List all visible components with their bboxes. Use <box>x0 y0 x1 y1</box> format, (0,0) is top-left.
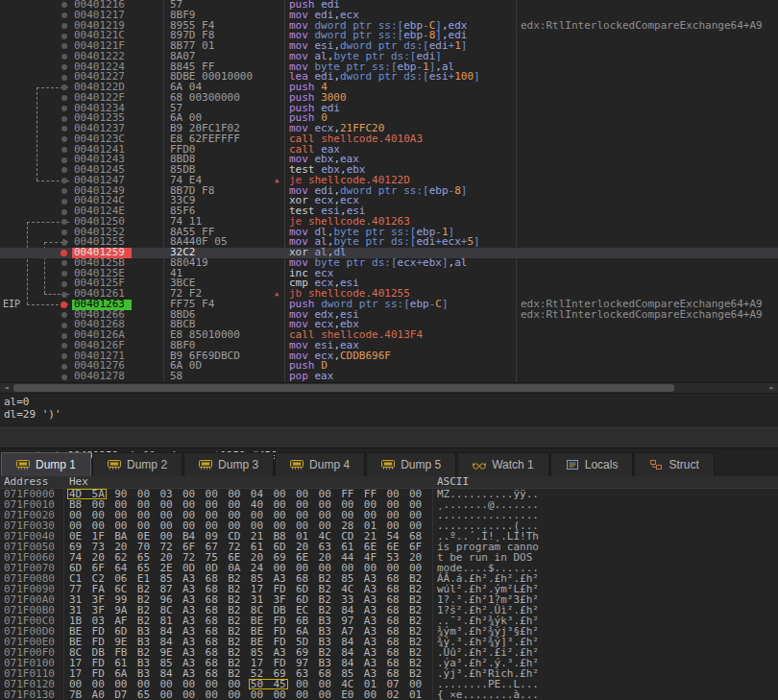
operand-token: esi <box>429 70 449 83</box>
bullet-dot[interactable] <box>61 281 67 287</box>
tab-dump-2[interactable]: Dump 2 <box>92 452 182 476</box>
bullet-dot[interactable] <box>61 147 67 153</box>
disassembly-view[interactable]: 0040121657push edi004012178BF9mov edi,ec… <box>0 0 778 382</box>
dump-view[interactable]: Address Hex ASCII 071F00004D5A9000030000… <box>0 476 778 700</box>
hex-byte: 7B <box>69 689 82 700</box>
info-pane: al=0dl=29 ')' <box>0 394 778 428</box>
operand-token: [ <box>423 70 429 83</box>
bullet-dot[interactable] <box>61 23 67 29</box>
tab-dump-4[interactable]: Dump 4 <box>275 452 365 476</box>
dump-row[interactable]: 071F01307BA0D7650000000000000000E0000201… <box>0 689 778 700</box>
tab-watch-1[interactable]: Watch 1 <box>457 452 549 476</box>
tab-locals[interactable]: Locals <box>550 452 634 476</box>
memory-icon <box>108 459 121 471</box>
bullet-dot[interactable] <box>61 219 67 225</box>
horizontal-scrollbar[interactable]: ◄ ► <box>0 382 778 394</box>
tab-label: Dump 1 <box>36 458 76 471</box>
tab-label: Watch 1 <box>492 458 534 471</box>
operand-token: [ <box>423 184 429 197</box>
column-separator[interactable] <box>63 476 64 488</box>
dump-address: 071F0130 <box>4 689 55 700</box>
bullet-dot[interactable] <box>61 157 67 163</box>
bullet-dot[interactable] <box>61 126 67 132</box>
dump-ascii: { ×e........à... <box>437 689 539 700</box>
scrollbar-thumb[interactable] <box>13 384 674 392</box>
hex-byte: 00 <box>159 689 172 700</box>
instruction-address: 00401278 <box>74 372 125 382</box>
mnemonic: pop <box>289 370 308 382</box>
tab-label: Locals <box>585 458 619 471</box>
bullet-dot[interactable] <box>61 199 67 205</box>
tab-dump-3[interactable]: Dump 3 <box>183 452 274 476</box>
bullet-dot[interactable] <box>61 333 67 339</box>
tab-label: Struct <box>669 458 698 471</box>
column-separator[interactable] <box>516 0 517 382</box>
bullet-dot[interactable] <box>61 260 67 266</box>
operand-token: ] <box>442 298 449 310</box>
bullet-dot[interactable] <box>61 364 67 370</box>
scroll-left-button[interactable]: ◄ <box>0 383 12 393</box>
bullet-dot[interactable] <box>61 271 67 277</box>
bullet-dot[interactable] <box>61 116 67 122</box>
tab-dump-1[interactable]: Dump 1 <box>1 452 91 476</box>
column-separator[interactable] <box>284 0 285 382</box>
operand-token: ebx <box>423 256 442 269</box>
instruction-text: pop eax <box>289 372 333 382</box>
breakpoint-dot[interactable] <box>61 302 67 308</box>
hex-byte: 00 <box>182 689 195 700</box>
bullet-dot[interactable] <box>61 323 67 328</box>
bullet-dot[interactable] <box>61 188 67 194</box>
operand-token: ] <box>442 256 449 269</box>
tab-label: Dump 4 <box>309 458 350 471</box>
bullet-dot[interactable] <box>61 167 67 173</box>
operand-token: CDDB696F <box>340 350 391 362</box>
hex-byte: 01 <box>409 689 422 700</box>
bullet-dot[interactable] <box>61 292 67 298</box>
bullet-dot[interactable] <box>61 312 67 318</box>
bullet-dot[interactable] <box>61 343 67 349</box>
bullet-dot[interactable] <box>61 75 67 81</box>
bullet-dot[interactable] <box>61 34 67 39</box>
jump-direction-icon: ▲ <box>275 290 279 299</box>
dump-header-ascii: ASCII <box>437 476 469 488</box>
memory-icon <box>290 459 304 471</box>
hex-byte: 00 <box>206 689 218 700</box>
scroll-right-button[interactable]: ► <box>766 383 778 393</box>
column-separator[interactable] <box>163 0 164 382</box>
bullet-dot[interactable] <box>61 353 67 359</box>
bullet-dot[interactable] <box>61 136 67 142</box>
operand-token: ss: <box>403 184 423 197</box>
bullet-dot[interactable] <box>61 374 67 380</box>
eip-label: EIP <box>3 300 20 310</box>
bullet-dot[interactable] <box>61 178 67 183</box>
tab-dump-5[interactable]: Dump 5 <box>366 452 456 476</box>
operand-token <box>308 370 315 382</box>
bullet-dot[interactable] <box>61 84 67 90</box>
column-separator[interactable] <box>432 476 433 488</box>
bullet-dot[interactable] <box>61 106 67 111</box>
register-info-line: al=0 <box>4 396 778 408</box>
bullet-dot[interactable] <box>61 54 67 60</box>
bullet-dot[interactable] <box>61 12 67 18</box>
operand-token: ] <box>461 184 468 197</box>
bullet-dot[interactable] <box>61 240 67 246</box>
memory-icon <box>199 459 212 471</box>
tab-struct[interactable]: Struct <box>634 452 714 476</box>
bullet-dot[interactable] <box>61 229 67 235</box>
hex-byte: 02 <box>386 689 399 700</box>
operand-token: + <box>435 235 442 248</box>
bullet-dot[interactable] <box>61 2 67 8</box>
instruction-comment: edx:RtlInterlockedCompareExchange64+A9 <box>521 310 763 321</box>
hex-byte: 00 <box>251 689 263 700</box>
hex-byte: 00 <box>364 689 377 700</box>
bullet-dot[interactable] <box>61 95 67 101</box>
bullet-dot[interactable] <box>61 64 67 70</box>
memory-icon <box>16 459 30 471</box>
bullet-dot[interactable] <box>61 43 67 49</box>
breakpoint-dot[interactable] <box>61 250 67 256</box>
disasm-row[interactable]: 0040127858pop eax <box>0 372 778 382</box>
operand-token: ds: <box>403 70 423 83</box>
operand-token: dword ptr <box>340 70 403 83</box>
bullet-dot[interactable] <box>61 209 67 215</box>
operand-token: edi <box>416 235 435 248</box>
